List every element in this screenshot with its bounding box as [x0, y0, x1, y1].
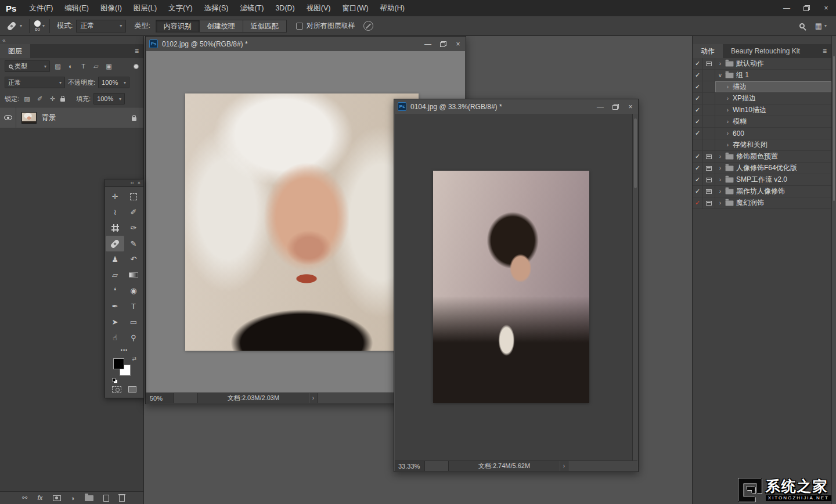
brush-preset-picker[interactable]: 60 ▾ [34, 20, 45, 32]
restore-button[interactable] [797, 0, 816, 16]
action-set-row[interactable]: ✓ ›修饰颜色预置 [693, 151, 831, 163]
action-check-toggle[interactable]: ✓ [693, 163, 703, 174]
expand-arrow-icon[interactable]: › [718, 153, 723, 160]
move-tool[interactable]: ✛ [106, 189, 124, 204]
menu-window[interactable]: 窗口(W) [336, 0, 374, 16]
brush-tool[interactable]: ✎ [124, 236, 143, 251]
document-titlebar[interactable]: Ps 0102.jpg @ 50%(RGB/8#) * — × [146, 37, 466, 51]
action-dialog-toggle[interactable] [703, 197, 715, 209]
panel-dock-scrollbar[interactable] [831, 36, 836, 504]
action-check-toggle[interactable]: ✓ [693, 81, 703, 93]
fill-select[interactable]: 100% ▾ [93, 93, 125, 105]
layer-row-background[interactable]: 背景 [0, 107, 143, 128]
foreground-color-swatch[interactable] [113, 358, 124, 369]
swap-colors-icon[interactable]: ⇄ [132, 356, 136, 362]
spot-healing-brush-tool[interactable] [106, 236, 124, 251]
document-titlebar[interactable]: Ps 0104.jpg @ 33.3%(RGB/8#) * — × [394, 99, 638, 114]
delete-layer-icon[interactable] [119, 494, 125, 502]
collapse-palette-icon[interactable]: ‹‹ [131, 179, 134, 187]
add-layer-mask-icon[interactable] [53, 495, 61, 501]
action-dialog-toggle[interactable] [703, 186, 715, 197]
lock-pixels-icon[interactable]: ✐ [35, 95, 45, 103]
maximize-button[interactable] [435, 37, 451, 51]
zoom-level-field[interactable]: 50% [146, 393, 174, 403]
minimize-button[interactable]: — [777, 0, 797, 16]
default-colors-icon[interactable] [112, 378, 116, 381]
tab-layers[interactable]: 图层 [0, 44, 30, 58]
crop-tool[interactable] [106, 220, 124, 236]
expand-arrow-icon[interactable]: › [718, 177, 723, 183]
status-options-arrow[interactable]: › [560, 461, 568, 471]
new-group-icon[interactable] [85, 495, 93, 501]
panel-menu-icon[interactable]: ≡ [135, 44, 139, 58]
tab-actions[interactable]: 动作 [693, 44, 723, 58]
action-row[interactable]: ✓ ›600 [693, 128, 831, 139]
adjustment-layer-icon[interactable]: ◑ [71, 495, 75, 502]
menu-view[interactable]: 视图(V) [301, 0, 337, 16]
zoom-level-field[interactable]: 33.33% [395, 461, 425, 471]
create-texture-button[interactable]: 创建纹理 [199, 20, 243, 33]
action-check-toggle[interactable]: ✓ [693, 105, 703, 116]
rectangle-tool[interactable]: ▭ [124, 314, 143, 330]
action-check-toggle[interactable]: ✓ [693, 186, 703, 197]
layer-filter-toggle[interactable] [134, 64, 139, 69]
layer-filter-select[interactable]: 类型 ▾ [5, 60, 50, 72]
action-row[interactable]: ✓ ›模糊 [693, 116, 831, 128]
action-check-toggle-partial[interactable]: ✓ [693, 197, 703, 209]
action-row[interactable]: ›存储和关闭 [693, 139, 831, 151]
more-tools-button[interactable]: ••• [105, 345, 143, 355]
action-check-toggle[interactable]: ✓ [693, 93, 703, 105]
expand-arrow-icon[interactable]: › [725, 130, 730, 136]
status-options-arrow[interactable]: › [309, 393, 318, 403]
sample-all-layers-checkbox[interactable] [296, 23, 303, 30]
expand-arrow-icon[interactable]: › [718, 60, 723, 67]
action-check-toggle[interactable]: ✓ [693, 70, 703, 81]
action-dialog-toggle[interactable] [703, 151, 715, 163]
visibility-toggle[interactable] [0, 107, 16, 128]
clone-stamp-tool[interactable]: ♟ [106, 251, 124, 267]
maximize-button[interactable] [608, 99, 623, 114]
lock-transparency-icon[interactable]: ▨ [22, 95, 32, 103]
link-layers-icon[interactable]: ⚯ [22, 494, 27, 502]
action-check-toggle[interactable]: ✓ [693, 174, 703, 186]
document-canvas[interactable] [395, 114, 637, 460]
action-set-row[interactable]: ✓ ›魔幻润饰 [693, 197, 831, 209]
workspace-switcher[interactable]: ▦ ▾ [815, 21, 827, 30]
filter-shape-layers-icon[interactable]: ▱ [91, 63, 101, 70]
menu-file[interactable]: 文件(F) [23, 0, 59, 16]
filter-pixel-layers-icon[interactable]: ▨ [53, 63, 63, 70]
action-check-toggle[interactable] [693, 139, 703, 151]
quick-mask-icon[interactable] [112, 386, 121, 393]
action-dialog-toggle[interactable] [703, 128, 715, 139]
search-icon[interactable] [799, 23, 805, 28]
action-dialog-toggle[interactable] [703, 70, 715, 81]
tablet-pressure-icon[interactable] [363, 21, 373, 31]
close-button[interactable]: × [451, 37, 466, 51]
marquee-tool[interactable] [124, 189, 143, 204]
close-palette-icon[interactable]: × [138, 179, 140, 187]
expand-arrow-icon[interactable]: › [725, 95, 730, 102]
action-set-row[interactable]: ✓ ›人像修饰F64优化版 [693, 163, 831, 174]
action-dialog-toggle[interactable] [703, 116, 715, 128]
blur-tool[interactable]: ❛ [106, 283, 124, 298]
action-set-row[interactable]: ✓ ∨组 1 [693, 70, 831, 81]
menu-edit[interactable]: 编辑(E) [59, 0, 95, 16]
pen-tool[interactable]: ✒ [106, 298, 124, 314]
vertical-scrollbar[interactable] [632, 114, 638, 460]
proximity-match-button[interactable]: 近似匹配 [243, 20, 287, 33]
expand-arrow-icon[interactable]: › [725, 107, 730, 113]
tool-preset-picker[interactable]: ▾ [5, 22, 24, 30]
action-set-row[interactable]: ✓ ›SMP工作流 v2.0 [693, 174, 831, 186]
zoom-tool[interactable]: ⚲ [124, 330, 143, 345]
menu-3d[interactable]: 3D(D) [269, 0, 300, 16]
action-check-toggle[interactable]: ✓ [693, 58, 703, 70]
expand-arrow-icon[interactable]: › [725, 118, 730, 125]
expand-arrow-icon[interactable]: › [725, 142, 730, 148]
filter-type-layers-icon[interactable]: T [78, 63, 88, 70]
history-brush-tool[interactable]: ↶ [124, 251, 143, 267]
expand-arrow-icon[interactable]: › [725, 84, 730, 90]
lock-all-icon[interactable] [60, 98, 65, 102]
action-row[interactable]: ✓ ›描边 [693, 81, 831, 93]
opacity-select[interactable]: 100% ▾ [98, 77, 129, 88]
menu-type[interactable]: 文字(Y) [163, 0, 199, 16]
